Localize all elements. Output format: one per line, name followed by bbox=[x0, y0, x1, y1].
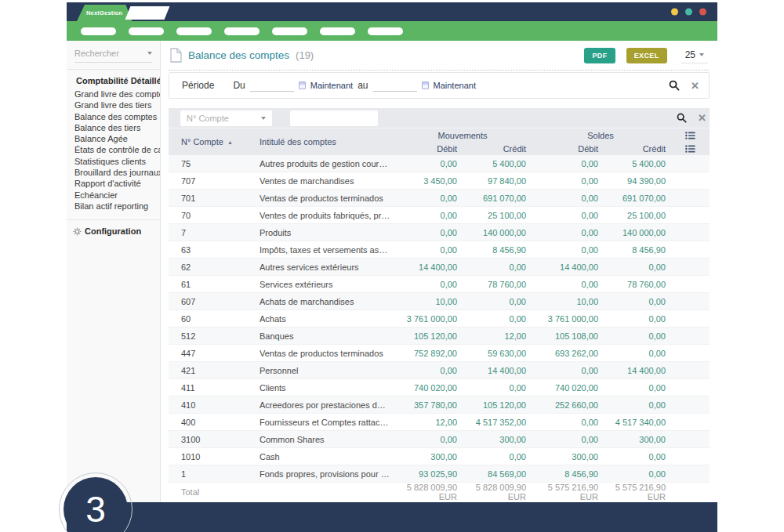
cell-solde-credit: 4 517 340,00 bbox=[603, 418, 670, 427]
table-clear-button[interactable]: ✕ bbox=[698, 113, 706, 123]
sidebar-item-grand-livre-des-comptes[interactable]: Grand livre des comptes bbox=[67, 89, 160, 100]
cell-solde-credit: 94 390,00 bbox=[603, 176, 670, 186]
maintenant-from-link[interactable]: Maintenant bbox=[310, 81, 353, 90]
periode-filter-panel: Période Du Maintenant au Maintenant bbox=[169, 72, 710, 99]
cell-mvt-debit: 0,00 bbox=[394, 245, 462, 255]
cell-solde-credit: 78 760,00 bbox=[603, 280, 670, 289]
column-header-solde-credit[interactable]: Crédit bbox=[603, 142, 670, 155]
brand-tab[interactable]: NextGestion bbox=[77, 5, 132, 21]
window-dot-yellow-icon[interactable] bbox=[671, 9, 678, 16]
table-filter-row: N° Compte bbox=[169, 108, 710, 128]
table-row-63[interactable]: 63 Impôts, taxes et versements as… 0,00 … bbox=[169, 241, 710, 259]
nav-pill[interactable] bbox=[81, 27, 116, 35]
column-header-compte[interactable]: N° Compte ▲ bbox=[169, 128, 260, 155]
table-row-7[interactable]: 7 Produits 0,00 140 000,00 0,00 140 000,… bbox=[169, 224, 710, 241]
table-row-1010[interactable]: 1010 Cash 300,00 0,00 300,00 0,00 bbox=[169, 448, 710, 465]
table-row-62[interactable]: 62 Autres services extérieurs 14 400,00 … bbox=[169, 259, 710, 276]
sidebar-item-rapport-d-activite[interactable]: Rapport d'activité bbox=[67, 178, 160, 189]
table-row-701[interactable]: 701 Ventas de productos terminados 0,00 … bbox=[169, 190, 710, 207]
table-row-707[interactable]: 707 Ventes de marchandises 3 450,00 97 8… bbox=[169, 172, 710, 190]
sidebar-search-placeholder: Rechercher bbox=[74, 49, 119, 58]
table-filter-input[interactable] bbox=[290, 110, 378, 126]
table-row-70[interactable]: 70 Ventes de produits fabriqués, pr… 0,0… bbox=[169, 207, 710, 224]
table-row-1[interactable]: 1 Fonds propres, provisions pour … 93 02… bbox=[169, 465, 710, 483]
periode-search-button[interactable] bbox=[669, 80, 680, 91]
date-from-input[interactable] bbox=[250, 80, 294, 92]
cell-solde-credit: 14 400,00 bbox=[603, 366, 670, 375]
table-row-400[interactable]: 400 Fournisseurs et Comptes rattac… 12,0… bbox=[169, 414, 710, 431]
cell-mvt-debit: 3 450,00 bbox=[394, 176, 462, 186]
cell-mvt-debit: 0,00 bbox=[394, 194, 462, 203]
calendar-icon[interactable] bbox=[422, 81, 429, 89]
periode-actions: ✕ bbox=[669, 80, 702, 91]
cell-mvt-credit: 97 840,00 bbox=[462, 176, 531, 186]
window-dot-green-icon[interactable] bbox=[685, 9, 692, 16]
table-row-607[interactable]: 607 Achats de marchandises 10,00 0,00 10… bbox=[169, 293, 710, 310]
column-header-intitule[interactable]: Intitulé des comptes bbox=[260, 128, 394, 155]
calendar-icon[interactable] bbox=[299, 81, 306, 89]
sidebar-section-configuration[interactable]: Configuration bbox=[67, 220, 160, 239]
sidebar-item-balance-des-comptes[interactable]: Balance des comptes bbox=[67, 111, 160, 122]
table-row-75[interactable]: 75 Autres produits de gestion cour… 0,00… bbox=[169, 155, 710, 172]
table-row-512[interactable]: 512 Banques 105 120,00 12,00 105 108,00 … bbox=[169, 328, 710, 345]
sidebar-item-echeancier[interactable]: Echéancier bbox=[67, 190, 160, 201]
chevron-down-icon bbox=[261, 117, 266, 120]
cell-mvt-credit: 8 456,90 bbox=[462, 245, 531, 255]
cell-intitule: Personnel bbox=[260, 366, 394, 375]
cell-mvt-credit: 140 000,00 bbox=[462, 228, 531, 237]
nav-pill[interactable] bbox=[368, 27, 403, 35]
column-settings-button[interactable] bbox=[670, 128, 710, 142]
pdf-export-button[interactable]: PDF bbox=[584, 48, 615, 63]
column-header-solde-debit[interactable]: Débit bbox=[531, 142, 603, 155]
column-header-mvt-credit[interactable]: Crédit bbox=[462, 142, 531, 155]
window-dot-red-icon[interactable] bbox=[699, 9, 706, 16]
table-row-421[interactable]: 421 Personnel 0,00 14 400,00 0,00 14 400… bbox=[169, 362, 710, 379]
compte-filter-select[interactable]: N° Compte bbox=[180, 110, 272, 126]
nav-pill[interactable] bbox=[224, 27, 260, 35]
main-nav bbox=[67, 21, 717, 41]
page-number: 3 bbox=[85, 488, 106, 530]
date-to-input[interactable] bbox=[373, 80, 417, 92]
column-header-mvt-debit[interactable]: Débit bbox=[394, 142, 462, 155]
cell-compte: 63 bbox=[169, 245, 260, 255]
table-body: 75 Autres produits de gestion cour… 0,00… bbox=[169, 155, 710, 483]
nav-pill[interactable] bbox=[176, 27, 212, 35]
cell-intitule: Clients bbox=[260, 383, 394, 393]
cell-mvt-credit: 105 120,00 bbox=[462, 400, 531, 410]
table-row-447[interactable]: 447 Ventas de productos terminados 752 8… bbox=[169, 345, 710, 362]
excel-export-button[interactable]: EXCEL bbox=[626, 48, 667, 63]
table-search-button[interactable] bbox=[677, 113, 687, 123]
maintenant-to-link[interactable]: Maintenant bbox=[434, 81, 476, 90]
sidebar-item-brouillard-des-journaux[interactable]: Brouillard des journaux bbox=[67, 167, 160, 178]
table-row-60[interactable]: 60 Achats 3 761 000,00 0,00 3 761 000,00… bbox=[169, 310, 710, 328]
sidebar-item-balance-agee[interactable]: Balance Agée bbox=[67, 133, 160, 144]
page: NextGestion Rechercher bbox=[0, 0, 784, 532]
sidebar-config-label: Configuration bbox=[85, 226, 141, 236]
cell-solde-credit: 0,00 bbox=[603, 452, 670, 461]
nav-pill[interactable] bbox=[272, 27, 307, 35]
sidebar-item-balance-des-tiers[interactable]: Balance des tiers bbox=[67, 122, 160, 133]
column-settings-button[interactable] bbox=[670, 142, 710, 155]
periode-clear-button[interactable]: ✕ bbox=[691, 81, 699, 91]
cell-mvt-credit: 300,00 bbox=[462, 435, 531, 444]
sidebar-item-statistiques-clients[interactable]: Statistiques clients bbox=[67, 156, 160, 167]
cell-mvt-credit: 25 100,00 bbox=[462, 211, 531, 220]
table-row-61[interactable]: 61 Services extérieurs 0,00 78 760,00 0,… bbox=[169, 276, 710, 293]
cell-solde-credit: 25 100,00 bbox=[603, 211, 670, 220]
table-row-3100[interactable]: 3100 Common Shares 0,00 300,00 0,00 300,… bbox=[169, 431, 710, 448]
balance-table: N° Compte bbox=[169, 108, 710, 500]
cell-mvt-debit: 300,00 bbox=[394, 452, 462, 461]
table-row-410[interactable]: 410 Acreedores por prestaciones d… 357 7… bbox=[169, 396, 710, 414]
cell-intitule: Autres services extérieurs bbox=[260, 262, 394, 272]
sidebar-search-select[interactable]: Rechercher bbox=[74, 49, 152, 63]
sidebar-item-etats-de-controle-de-caisse[interactable]: États de contrôle de caisse bbox=[67, 144, 160, 155]
sidebar-item-grand-livre-des-tiers[interactable]: Grand livre des tiers bbox=[67, 100, 160, 110]
cell-solde-debit: 0,00 bbox=[531, 366, 603, 375]
nav-pill[interactable] bbox=[129, 27, 164, 35]
table-row-411[interactable]: 411 Clients 740 020,00 0,00 740 020,00 0… bbox=[169, 379, 710, 396]
sidebar-item-bilan-actif-reporting[interactable]: Bilan actif reporting bbox=[67, 201, 160, 212]
cell-solde-credit: 0,00 bbox=[603, 331, 670, 341]
page-size-select[interactable]: 25 bbox=[681, 47, 708, 63]
sidebar-section-comptabilite[interactable]: Comptabilité Détaillé… bbox=[67, 70, 160, 89]
nav-pill[interactable] bbox=[320, 27, 355, 35]
